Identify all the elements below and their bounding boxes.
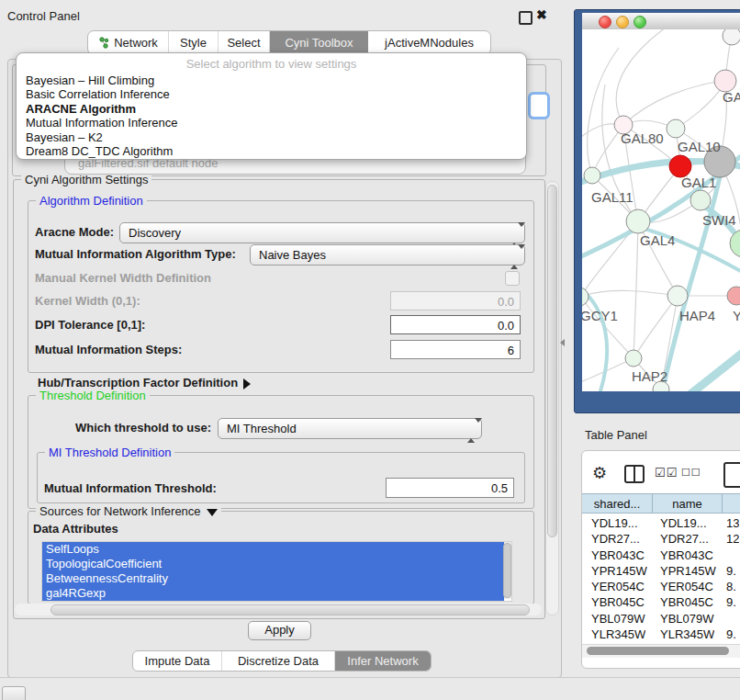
table-row[interactable]: YBL079WYBL079W xyxy=(582,611,740,627)
algorithm-combobox-focus-ring[interactable] xyxy=(528,92,550,119)
edge[interactable] xyxy=(616,29,669,125)
table-row[interactable]: YBR043CYBR043C xyxy=(582,548,740,563)
tab-impute-data[interactable]: Impute Data xyxy=(133,651,222,671)
column-header-shared[interactable]: shared... xyxy=(582,494,653,513)
table-cell: 13 xyxy=(726,516,739,530)
column-header-partial[interactable] xyxy=(723,494,740,513)
table-cell: YLR345W xyxy=(660,627,714,641)
which-threshold-value: MI Threshold xyxy=(227,422,297,435)
algorithm-item-mutual-information-inference[interactable]: Mutual Information Inference xyxy=(26,116,517,130)
node-unlabeled-top[interactable] xyxy=(723,29,740,45)
attribute-item-selfloops[interactable]: SelfLoops xyxy=(42,542,504,557)
mi-threshold-field[interactable]: 0.5 xyxy=(386,478,514,498)
divider xyxy=(0,677,740,678)
network-canvas[interactable]: GALGAL80GAL10GAL1GAL11SWI4GAL4GCY1HAP4YH… xyxy=(582,29,740,391)
settings-vertical-scrollbar-thumb[interactable] xyxy=(547,185,557,537)
node-gal4-label: GAL4 xyxy=(640,232,675,248)
table-cell: YDR27... xyxy=(660,532,709,546)
attribute-item-topologicalcoefficient[interactable]: TopologicalCoefficient xyxy=(42,557,504,571)
table-cell: YDR27... xyxy=(591,532,640,546)
which-threshold-combobox[interactable]: MI Threshold xyxy=(218,418,482,439)
mi-steps-field[interactable]: 6 xyxy=(390,340,521,359)
algorithm-item-dream8-dc-tdc-algorithm[interactable]: Dream8 DC_TDC Algorithm xyxy=(26,144,517,158)
algorithm-item-basic-correlation-inference[interactable]: Basic Correlation Inference xyxy=(26,87,517,101)
table-row[interactable]: YDL19...YDL19...13 xyxy=(582,515,740,531)
deselect-all-checkboxes-icon[interactable]: ☐☐ xyxy=(681,467,701,479)
table-row[interactable]: YLR345WYLR345W9. xyxy=(582,627,740,642)
aracne-mode-label: Aracne Mode: xyxy=(35,225,114,239)
mi-threshold-definition-title: MI Threshold Definition xyxy=(45,446,174,459)
node-hap2[interactable] xyxy=(625,350,642,367)
table-panel-title: Table Panel xyxy=(585,428,647,442)
mi-algorithm-type-combobox[interactable]: Naive Bayes xyxy=(250,244,525,265)
panel-splitter-arrow[interactable] xyxy=(560,339,565,346)
table-row[interactable]: YPR145WYPR145W9. xyxy=(582,563,740,579)
edge[interactable] xyxy=(582,290,678,297)
bottom-left-button[interactable] xyxy=(2,686,26,700)
tab-style[interactable]: Style xyxy=(169,31,219,54)
kernel-width-field[interactable]: 0.0 xyxy=(390,291,521,310)
algorithm-item-bayesian-k2[interactable]: Bayesian – K2 xyxy=(26,130,517,144)
table-cell: YBL079W xyxy=(591,612,645,626)
table-row[interactable]: YBR045CYBR045C9. xyxy=(582,594,740,610)
node-salmon-partial[interactable] xyxy=(727,287,740,305)
minimize-traffic-light[interactable] xyxy=(616,16,629,28)
node-green-partial[interactable] xyxy=(730,230,740,257)
columns-icon[interactable] xyxy=(624,465,645,483)
tab-infer-network[interactable]: Infer Network xyxy=(335,651,431,671)
algorithm-item-bayesian-hill-climbing[interactable]: Bayesian – Hill Climbing xyxy=(26,73,517,87)
attributes-scrollbar-thumb[interactable] xyxy=(503,543,511,598)
node-hap4[interactable] xyxy=(667,286,688,306)
network-window-titlebar[interactable] xyxy=(582,13,740,30)
edge-highlighted[interactable] xyxy=(681,342,740,391)
column-header-name[interactable]: name xyxy=(653,494,723,513)
table-cell: YPR145W xyxy=(660,564,716,578)
node-gal10[interactable] xyxy=(667,119,685,138)
which-threshold-label: Which threshold to use: xyxy=(75,421,211,435)
table-horizontal-scrollbar-thumb[interactable] xyxy=(587,647,729,655)
attribute-item-betweennesscentrality[interactable]: BetweennessCentrality xyxy=(42,571,504,586)
tab-discretize-data[interactable]: Discretize Data xyxy=(222,651,335,671)
sources-group-title[interactable]: Sources for Network Inference xyxy=(36,504,221,518)
table-header-row: shared...name xyxy=(582,493,740,514)
zoom-traffic-light[interactable] xyxy=(633,16,646,28)
close-icon[interactable]: ✖ xyxy=(536,7,547,22)
edge[interactable] xyxy=(588,48,619,175)
table-panel-card: ⚙ ☑☑ ☐☐ shared...name YDL19...YDL19...13… xyxy=(581,450,740,669)
algorithm-item-aracne-algorithm[interactable]: ARACNE Algorithm xyxy=(26,102,517,116)
function-builder-icon[interactable] xyxy=(723,462,740,488)
node-gcy1[interactable] xyxy=(582,288,589,306)
tab-select[interactable]: Select xyxy=(219,31,270,54)
algorithm-list: Bayesian – Hill ClimbingBasic Correlatio… xyxy=(26,73,517,158)
node-gal10-label: GAL10 xyxy=(678,139,721,154)
float-window-icon[interactable] xyxy=(519,11,533,25)
manual-kernel-checkbox[interactable] xyxy=(505,271,520,286)
mi-threshold-label: Mutual Information Threshold: xyxy=(44,481,217,495)
table-cell: YLR345W xyxy=(591,627,645,641)
select-all-checkboxes-icon[interactable]: ☑☑ xyxy=(655,466,678,480)
edge[interactable] xyxy=(623,81,725,125)
node-swi4[interactable] xyxy=(690,190,711,210)
hub-section-toggle[interactable]: Hub/Transcription Factor Definition xyxy=(38,376,251,390)
tab-cyni-toolbox[interactable]: Cyni Toolbox xyxy=(270,31,368,54)
tab-jactivemnodules[interactable]: jActiveMNodules xyxy=(368,31,490,54)
node-gal4[interactable] xyxy=(626,209,650,233)
gear-icon[interactable]: ⚙ xyxy=(592,463,607,483)
close-traffic-light[interactable] xyxy=(599,16,611,28)
apply-button[interactable]: Apply xyxy=(248,621,311,640)
table-row[interactable]: YDR27...YDR27...12 xyxy=(582,531,740,547)
data-attributes-list: SelfLoopsTopologicalCoefficientBetweenne… xyxy=(41,541,512,602)
hub-section-label: Hub/Transcription Factor Definition xyxy=(38,376,238,390)
aracne-mode-combobox[interactable]: Discovery xyxy=(119,222,525,243)
tab-network[interactable]: Network xyxy=(88,31,169,54)
network-view-window: GALGAL80GAL10GAL1GAL11SWI4GAL4GCY1HAP4YH… xyxy=(574,9,740,413)
edge[interactable] xyxy=(633,221,638,358)
kernel-width-label: Kernel Width (0,1): xyxy=(35,294,140,308)
dpi-tolerance-field[interactable]: 0.0 xyxy=(390,315,521,334)
table-row[interactable]: YER054CYER054C8. xyxy=(582,579,740,594)
attribute-item-gal4rgexp[interactable]: gal4RGexp xyxy=(42,586,504,601)
mi-steps-label: Mutual Information Steps: xyxy=(35,343,182,356)
node-gal11[interactable] xyxy=(584,167,600,184)
table-cell: YBL079W xyxy=(660,612,714,626)
settings-horizontal-scrollbar-thumb[interactable] xyxy=(50,604,530,615)
